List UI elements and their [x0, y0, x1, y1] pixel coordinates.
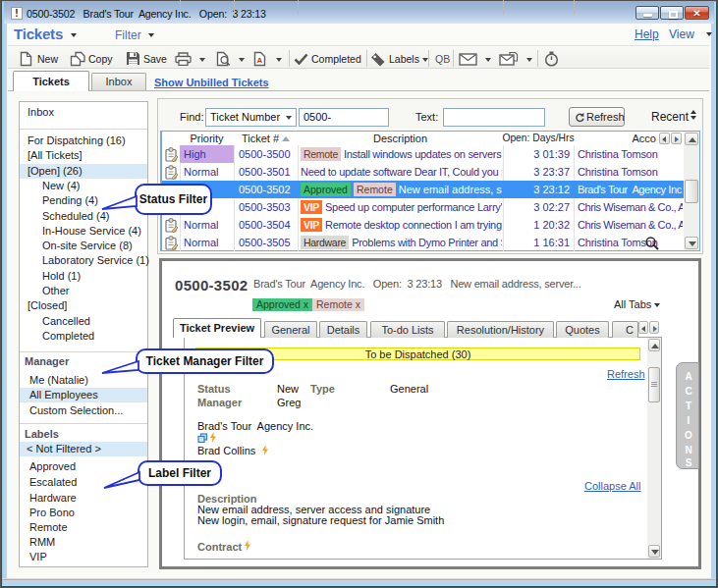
- svg-text:A: A: [256, 56, 262, 65]
